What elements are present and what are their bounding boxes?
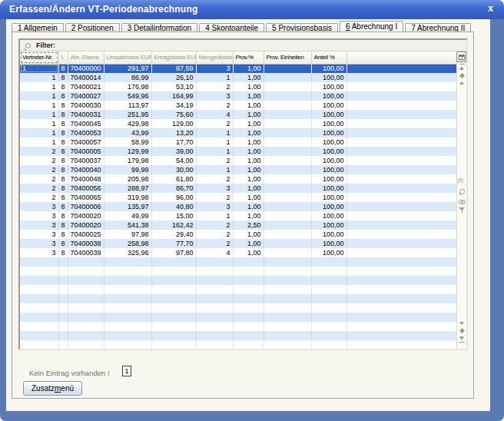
- cell[interactable]: 1: [196, 211, 233, 220]
- cell[interactable]: 4: [196, 110, 233, 119]
- cell[interactable]: 70400006: [68, 202, 104, 211]
- column-header-prov-einheiten[interactable]: Prov. Einheiten: [264, 51, 311, 64]
- cell[interactable]: [264, 248, 311, 257]
- cell[interactable]: 2: [196, 193, 233, 202]
- cell[interactable]: 1: [20, 110, 58, 119]
- cell[interactable]: [264, 220, 311, 230]
- cell[interactable]: 8: [58, 82, 68, 91]
- cell[interactable]: 1: [20, 128, 58, 138]
- cell[interactable]: 8: [58, 128, 68, 138]
- cell[interactable]: 2: [196, 230, 233, 239]
- cell[interactable]: 1: [196, 147, 233, 156]
- cell[interactable]: 100,00: [311, 156, 346, 165]
- cell[interactable]: 2: [20, 193, 58, 202]
- title-bar[interactable]: Erfassen/Ändern VT-Periodenabrechnung x: [0, 0, 504, 19]
- column-header-umsatzbasis-eur[interactable]: Umsatzbasis EUR: [104, 51, 151, 64]
- cell[interactable]: [264, 239, 311, 248]
- cell[interactable]: 58,99: [104, 138, 151, 147]
- cell[interactable]: [264, 230, 311, 239]
- table-row[interactable]: 287040004099,9930,0011,00100,00: [20, 165, 456, 174]
- cell[interactable]: 53,10: [151, 82, 196, 91]
- cell[interactable]: 70400027: [68, 91, 104, 101]
- cell[interactable]: 176,98: [104, 82, 151, 91]
- cell[interactable]: 8: [58, 119, 68, 128]
- cell[interactable]: 179,98: [104, 156, 151, 165]
- column-header-anteil[interactable]: Anteil %: [311, 51, 346, 64]
- cell[interactable]: 3: [196, 184, 233, 193]
- cell[interactable]: 2: [196, 220, 233, 230]
- cell[interactable]: 3: [20, 239, 58, 248]
- cell[interactable]: 2: [20, 174, 58, 184]
- cell[interactable]: 100,00: [311, 248, 346, 257]
- cell[interactable]: 1,00: [233, 110, 264, 119]
- cell[interactable]: 541,38: [104, 220, 151, 230]
- cell[interactable]: 8: [58, 230, 68, 239]
- tab-abrechnung-i[interactable]: 6 Abrechnung I: [340, 21, 403, 32]
- cell[interactable]: 113,97: [104, 101, 151, 110]
- zoom-icon[interactable]: [459, 189, 466, 196]
- cell[interactable]: 100,00: [311, 165, 346, 174]
- cell[interactable]: 2,50: [233, 220, 264, 230]
- cell[interactable]: 100,00: [311, 101, 346, 110]
- cell[interactable]: 3: [20, 202, 58, 211]
- cell[interactable]: 3: [20, 220, 58, 230]
- cell[interactable]: 15,00: [151, 211, 196, 220]
- table-row[interactable]: 3870400038258,9877,7021,00100,00: [20, 239, 456, 248]
- zusatzmenu-button[interactable]: Zusatzmenü: [23, 381, 82, 396]
- cell[interactable]: [264, 91, 311, 101]
- cell[interactable]: 100,00: [311, 138, 346, 147]
- cell[interactable]: 3: [20, 230, 58, 239]
- cell[interactable]: 8: [58, 193, 68, 202]
- table-row[interactable]: 1870400030113,9734,1921,00100,00: [20, 101, 456, 110]
- cell[interactable]: 77,70: [151, 239, 196, 248]
- cell[interactable]: 70400021: [68, 82, 104, 91]
- cell[interactable]: 100,00: [311, 119, 346, 128]
- cell[interactable]: 29,40: [151, 230, 196, 239]
- table-row[interactable]: 387040002597,9829,4021,00100,00: [20, 230, 456, 239]
- cell[interactable]: 1,00: [233, 128, 264, 138]
- cell[interactable]: 129,99: [104, 147, 151, 156]
- cell[interactable]: 86,70: [151, 184, 196, 193]
- cell[interactable]: [264, 211, 311, 220]
- cell[interactable]: 100,00: [311, 220, 346, 230]
- cell[interactable]: 100,00: [311, 64, 346, 73]
- cell[interactable]: 8: [58, 184, 68, 193]
- table-row[interactable]: 187040001486,9926,1011,00100,00: [20, 73, 456, 82]
- cell[interactable]: 1,00: [233, 82, 264, 91]
- cell[interactable]: 8: [58, 239, 68, 248]
- table-row[interactable]: 3870400020541,38162,4222,50100,00: [20, 220, 456, 230]
- cell[interactable]: 1: [20, 91, 58, 101]
- cell[interactable]: 2: [196, 174, 233, 184]
- cell[interactable]: 1,00: [233, 193, 264, 202]
- close-button[interactable]: x: [488, 3, 493, 14]
- cell[interactable]: 325,96: [104, 248, 151, 257]
- cell[interactable]: 8: [58, 174, 68, 184]
- column-header-l[interactable]: L: [58, 51, 68, 64]
- cell[interactable]: 70400030: [68, 101, 104, 110]
- cell[interactable]: 1,00: [233, 138, 264, 147]
- page-down-icon[interactable]: [459, 322, 465, 325]
- cell[interactable]: 70400057: [68, 138, 104, 147]
- cell[interactable]: 70400038: [68, 239, 104, 248]
- cell[interactable]: 3: [20, 211, 58, 220]
- cell[interactable]: 100,00: [311, 184, 346, 193]
- cell[interactable]: 75,60: [151, 110, 196, 119]
- table-row[interactable]: 187040005343,9913,2011,00100,00: [20, 128, 456, 138]
- cell[interactable]: 34,19: [151, 101, 196, 110]
- cell[interactable]: 135,97: [104, 202, 151, 211]
- cell[interactable]: 429,98: [104, 119, 151, 128]
- cell[interactable]: 17,70: [151, 138, 196, 147]
- cell[interactable]: 8: [58, 110, 68, 119]
- column-header-ertragsbasis-eur[interactable]: Ertragsbasis EUR: [151, 51, 196, 64]
- column-chooser-button[interactable]: [456, 51, 466, 62]
- cell[interactable]: 8: [58, 220, 68, 230]
- cell[interactable]: 2: [196, 156, 233, 165]
- cell[interactable]: 8: [58, 156, 68, 165]
- cell[interactable]: 8: [58, 73, 68, 82]
- scroll-up-icon[interactable]: [459, 73, 464, 78]
- cell[interactable]: 3: [196, 64, 233, 73]
- cell[interactable]: [264, 165, 311, 174]
- cell[interactable]: 1,00: [233, 64, 264, 73]
- cell[interactable]: 40,80: [151, 202, 196, 211]
- cell[interactable]: 8: [58, 248, 68, 257]
